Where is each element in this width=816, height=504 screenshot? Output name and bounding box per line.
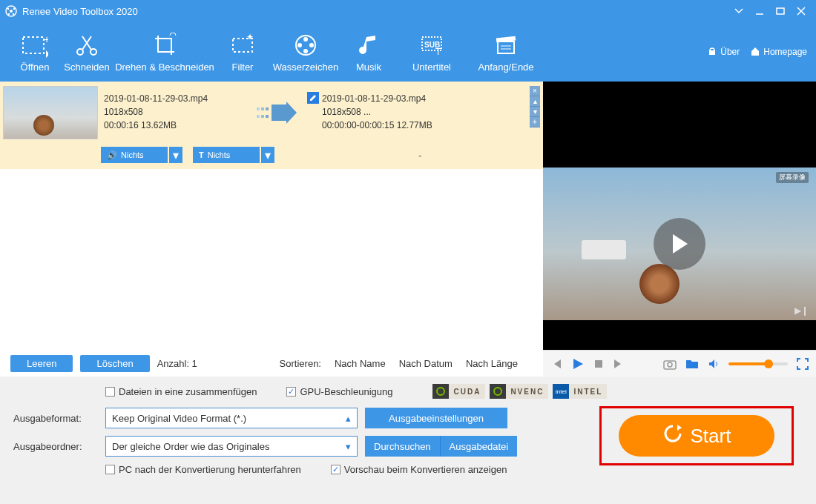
move-down-icon[interactable]: ▾ <box>530 107 540 117</box>
sort-by-name[interactable]: Nach Name <box>335 358 386 369</box>
cut-label: Schneiden <box>64 62 109 73</box>
title-bar: Renee Video Toolbox 2020 <box>0 0 816 22</box>
output-settings-button[interactable]: Ausgabeeinstellungen <box>365 408 507 428</box>
svg-point-1 <box>10 10 13 13</box>
filter-button[interactable]: ✦ Filter <box>217 22 269 82</box>
cut-button[interactable]: Schneiden <box>61 22 113 82</box>
music-note-icon <box>355 32 382 59</box>
next-icon[interactable] <box>613 358 625 370</box>
player-controls <box>543 350 816 377</box>
chevron-up-icon: ▴ <box>346 413 351 424</box>
volume-icon[interactable] <box>708 358 720 370</box>
clear-button[interactable]: Leeren <box>10 355 73 372</box>
svg-point-18 <box>297 43 302 47</box>
svg-point-37 <box>494 388 501 395</box>
text-icon: T <box>199 150 204 159</box>
start-end-button[interactable]: Anfang/Ende <box>469 22 543 82</box>
audio-dropdown[interactable]: 🔊Nichts ▾ <box>101 147 182 163</box>
play-button[interactable] <box>654 218 705 270</box>
sort-by-length[interactable]: Nach Länge <box>466 358 518 369</box>
chevron-down-icon: ▾ <box>261 147 274 163</box>
svg-point-35 <box>668 362 672 367</box>
start-highlight-box: Start <box>599 406 794 465</box>
svg-point-4 <box>8 13 10 15</box>
svg-text:T: T <box>435 47 441 57</box>
start-end-label: Anfang/Ende <box>478 62 533 73</box>
preview-image: 屏幕录像 ▶❙ <box>543 168 816 320</box>
preview-convert-checkbox[interactable]: Vorschau beim Konvertieren anzeigen <box>331 464 507 475</box>
delete-button[interactable]: Löschen <box>80 355 149 372</box>
chevron-down-icon: ▾ <box>169 147 182 163</box>
merge-checkbox[interactable]: Dateien in eine zusammenfügen <box>105 386 257 397</box>
count-label: Anzahl: 1 <box>157 358 197 369</box>
svg-point-17 <box>303 49 308 53</box>
browse-button[interactable]: Durchsuchen <box>365 436 441 457</box>
rotate-crop-button[interactable]: Drehen & Beschneiden <box>113 22 217 82</box>
svg-rect-28 <box>257 115 260 118</box>
homepage-link[interactable]: Homepage <box>750 46 807 59</box>
subtitle-button[interactable]: SUBT Untertitel <box>395 22 469 82</box>
svg-rect-29 <box>261 107 264 110</box>
svg-text:+: + <box>44 33 48 45</box>
svg-point-2 <box>7 8 9 10</box>
svg-point-36 <box>437 388 444 395</box>
add-file-icon[interactable]: + <box>530 117 540 127</box>
edit-icon[interactable] <box>307 92 319 104</box>
output-file-info: 2019-01-08-11-29-03.mp4 1018x508 ... 00:… <box>307 86 478 139</box>
close-icon[interactable] <box>791 1 812 21</box>
svg-point-3 <box>13 8 15 10</box>
app-title: Renee Video Toolbox 2020 <box>22 6 728 17</box>
svg-point-11 <box>91 49 96 55</box>
output-format-select[interactable]: Keep Original Video Format (*.) ▴ <box>105 408 358 428</box>
slate-icon <box>493 32 519 59</box>
svg-point-16 <box>309 43 314 47</box>
watermark-button[interactable]: Wasserzeichen <box>269 22 343 82</box>
svg-point-5 <box>13 13 14 15</box>
output-file-button[interactable]: Ausgabedatei <box>441 436 518 457</box>
film-reel-icon <box>292 32 319 59</box>
volume-slider[interactable] <box>728 362 788 365</box>
clip-icon: ▶❙ <box>794 305 809 316</box>
output-folder-label: Ausgabeordner: <box>13 441 98 452</box>
svg-rect-31 <box>266 107 269 110</box>
output-folder-select[interactable]: Der gleiche Order wie das Originales ▾ <box>105 436 358 457</box>
svg-point-10 <box>77 49 83 55</box>
watermark-badge: 屏幕录像 <box>776 172 809 183</box>
remove-file-icon[interactable]: × <box>530 86 540 96</box>
gpu-checkbox[interactable]: GPU-Beschleunigung <box>286 386 392 397</box>
arrow-icon <box>251 86 301 139</box>
speaker-icon: 🔊 <box>107 150 117 160</box>
music-label: Musik <box>356 62 381 73</box>
shutdown-checkbox[interactable]: PC nach der Konvertierung herunterfahren <box>105 464 301 475</box>
move-up-icon[interactable]: ▴ <box>530 96 540 107</box>
play-icon[interactable] <box>571 357 585 371</box>
scissors-icon <box>73 32 100 59</box>
maximize-icon[interactable] <box>770 1 791 21</box>
svg-rect-33 <box>595 360 602 368</box>
start-button[interactable]: Start <box>619 415 774 457</box>
svg-rect-8 <box>23 37 44 53</box>
svg-rect-30 <box>261 115 264 118</box>
dropdown-icon[interactable] <box>728 1 749 21</box>
filter-label: Filter <box>232 62 254 73</box>
folder-icon[interactable] <box>685 358 699 370</box>
about-link[interactable]: Über <box>707 46 740 59</box>
open-button[interactable]: + Öffnen <box>9 22 61 82</box>
dash-placeholder: - <box>418 150 421 161</box>
minimize-icon[interactable] <box>749 1 770 21</box>
file-row[interactable]: 2019-01-08-11-29-03.mp4 1018x508 00:00:1… <box>0 82 543 144</box>
music-button[interactable]: Musik <box>343 22 395 82</box>
filmstrip-plus-icon: + <box>22 32 48 59</box>
svg-point-15 <box>303 37 308 42</box>
prev-icon[interactable] <box>550 358 562 370</box>
list-control-bar: Leeren Löschen Anzahl: 1 Sortieren: Nach… <box>0 350 543 377</box>
fullscreen-icon[interactable] <box>797 358 809 370</box>
snapshot-icon[interactable] <box>663 358 677 370</box>
text-dropdown[interactable]: TNichts ▾ <box>193 147 274 163</box>
sort-by-date[interactable]: Nach Datum <box>399 358 453 369</box>
toolbar: + Öffnen Schneiden Drehen & Beschneiden … <box>0 22 816 82</box>
chevron-down-icon: ▾ <box>346 441 351 452</box>
stop-icon[interactable] <box>593 359 604 369</box>
svg-rect-26 <box>709 50 715 55</box>
file-row-options: 🔊Nichts ▾ TNichts ▾ - <box>0 144 543 169</box>
